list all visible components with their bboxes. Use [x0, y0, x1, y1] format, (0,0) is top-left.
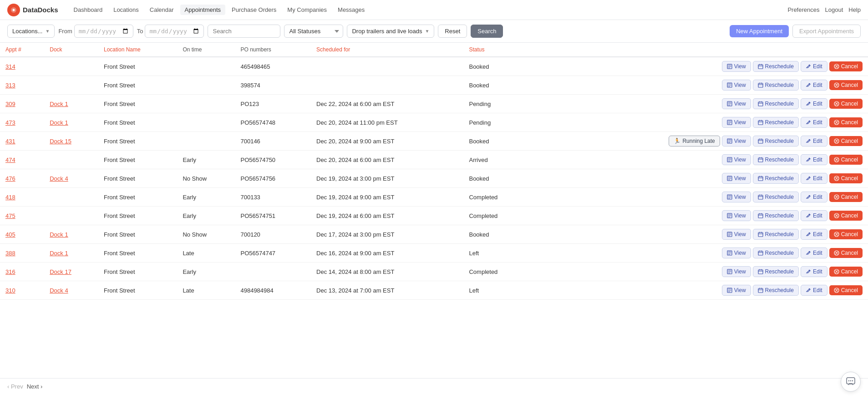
cancel-button[interactable]: Cancel	[829, 80, 863, 90]
to-date-input[interactable]	[145, 25, 204, 38]
cell-appt-link[interactable]: 388	[0, 244, 44, 263]
cell-appt-link[interactable]: 418	[0, 188, 44, 207]
view-button[interactable]: View	[722, 80, 751, 91]
cancel-button[interactable]: Cancel	[829, 267, 863, 277]
cell-appt-link[interactable]: 475	[0, 207, 44, 225]
nav-right-logout[interactable]: Logout	[825, 6, 843, 13]
status-dropdown[interactable]: All StatusesBookedPendingArrivedComplete…	[284, 25, 343, 38]
edit-button[interactable]: Edit	[801, 154, 827, 165]
cell-appt-link[interactable]: 473	[0, 113, 44, 132]
cell-appt-link[interactable]: 314	[0, 57, 44, 76]
nav-link-dashboard[interactable]: Dashboard	[69, 5, 107, 15]
edit-button[interactable]: Edit	[801, 266, 827, 277]
cancel-button[interactable]: Cancel	[829, 173, 863, 183]
chat-widget[interactable]	[841, 372, 861, 392]
cell-dock-link[interactable]: Dock 1	[44, 113, 98, 132]
prev-page-link[interactable]: ‹ Prev	[7, 383, 23, 390]
reschedule-button[interactable]: Reschedule	[753, 210, 799, 221]
reschedule-button[interactable]: Reschedule	[753, 154, 799, 165]
cancel-button[interactable]: Cancel	[829, 99, 863, 109]
cell-dock-link[interactable]: Dock 1	[44, 225, 98, 244]
edit-button[interactable]: Edit	[801, 229, 827, 240]
reschedule-button[interactable]: Reschedule	[753, 117, 799, 128]
edit-button[interactable]: Edit	[801, 98, 827, 109]
running-late-button[interactable]: 🏃 Running Late	[669, 136, 720, 146]
cancel-button[interactable]: Cancel	[829, 285, 863, 295]
cancel-button[interactable]: Cancel	[829, 211, 863, 221]
view-button[interactable]: View	[722, 136, 751, 146]
reschedule-button[interactable]: Reschedule	[753, 136, 799, 146]
edit-button[interactable]: Edit	[801, 80, 827, 91]
edit-button[interactable]: Edit	[801, 285, 827, 296]
reschedule-button[interactable]: Reschedule	[753, 266, 799, 277]
cancel-button[interactable]: Cancel	[829, 117, 863, 127]
edit-button[interactable]: Edit	[801, 210, 827, 221]
view-button[interactable]: View	[722, 117, 751, 128]
new-appointment-button[interactable]: New Appointment	[730, 25, 789, 37]
cell-appt-link[interactable]: 431	[0, 132, 44, 151]
edit-button[interactable]: Edit	[801, 192, 827, 202]
nav-link-my-companies[interactable]: My Companies	[283, 5, 331, 15]
cell-dock-link[interactable]: Dock 1	[44, 244, 98, 263]
col-header-status[interactable]: Status	[463, 43, 529, 57]
cell-dock-link[interactable]: Dock 1	[44, 95, 98, 113]
col-header-appt-#[interactable]: Appt #	[0, 43, 44, 57]
from-date-input[interactable]	[74, 25, 133, 38]
view-button[interactable]: View	[722, 98, 751, 109]
cell-appt-link[interactable]: 313	[0, 76, 44, 95]
reschedule-button[interactable]: Reschedule	[753, 61, 799, 72]
view-button[interactable]: View	[722, 247, 751, 258]
reschedule-button[interactable]: Reschedule	[753, 229, 799, 240]
reschedule-button[interactable]: Reschedule	[753, 192, 799, 202]
view-button[interactable]: View	[722, 285, 751, 296]
reschedule-button[interactable]: Reschedule	[753, 98, 799, 109]
cell-dock-link[interactable]: Dock 4	[44, 281, 98, 300]
cell-appt-link[interactable]: 309	[0, 95, 44, 113]
edit-button[interactable]: Edit	[801, 136, 827, 146]
cell-dock-link[interactable]: Dock 15	[44, 132, 98, 151]
cancel-button[interactable]: Cancel	[829, 229, 863, 239]
cancel-button[interactable]: Cancel	[829, 61, 863, 71]
edit-button[interactable]: Edit	[801, 173, 827, 184]
nav-link-messages[interactable]: Messages	[333, 5, 369, 15]
cell-appt-link[interactable]: 474	[0, 151, 44, 169]
next-page-link[interactable]: Next ›	[27, 383, 43, 390]
cancel-button[interactable]: Cancel	[829, 155, 863, 165]
reschedule-button[interactable]: Reschedule	[753, 247, 799, 258]
cell-appt-link[interactable]: 476	[0, 169, 44, 188]
view-button[interactable]: View	[722, 266, 751, 277]
reset-button[interactable]: Reset	[438, 25, 467, 38]
reschedule-button[interactable]: Reschedule	[753, 80, 799, 91]
cell-appt-link[interactable]: 405	[0, 225, 44, 244]
load-type-dropdown[interactable]: Drop trailers and live loads ▼	[347, 25, 434, 38]
cell-dock-link[interactable]: Dock 17	[44, 263, 98, 281]
search-button[interactable]: Search	[471, 25, 503, 38]
edit-button[interactable]: Edit	[801, 247, 827, 258]
nav-link-purchase-orders[interactable]: Purchase Orders	[227, 5, 281, 15]
col-header-location-name[interactable]: Location Name	[98, 43, 177, 57]
view-button[interactable]: View	[722, 61, 751, 72]
cancel-button[interactable]: Cancel	[829, 136, 863, 146]
locations-dropdown[interactable]: Locations... ▼	[7, 25, 55, 38]
search-input[interactable]	[208, 25, 280, 38]
cell-appt-link[interactable]: 316	[0, 263, 44, 281]
nav-link-locations[interactable]: Locations	[109, 5, 143, 15]
reschedule-button[interactable]: Reschedule	[753, 285, 799, 296]
reschedule-button[interactable]: Reschedule	[753, 173, 799, 184]
edit-button[interactable]: Edit	[801, 61, 827, 72]
nav-link-appointments[interactable]: Appointments	[180, 5, 226, 15]
nav-right-help[interactable]: Help	[848, 6, 861, 13]
view-button[interactable]: View	[722, 154, 751, 165]
edit-button[interactable]: Edit	[801, 117, 827, 128]
nav-right-preferences[interactable]: Preferences	[787, 6, 819, 13]
view-button[interactable]: View	[722, 173, 751, 184]
cancel-button[interactable]: Cancel	[829, 248, 863, 258]
col-header-dock[interactable]: Dock	[44, 43, 98, 57]
view-button[interactable]: View	[722, 192, 751, 202]
cell-appt-link[interactable]: 310	[0, 281, 44, 300]
cancel-button[interactable]: Cancel	[829, 192, 863, 202]
cell-dock-link[interactable]: Dock 4	[44, 169, 98, 188]
nav-link-calendar[interactable]: Calendar	[145, 5, 178, 15]
col-header-scheduled-for[interactable]: Scheduled for	[311, 43, 463, 57]
view-button[interactable]: View	[722, 229, 751, 240]
